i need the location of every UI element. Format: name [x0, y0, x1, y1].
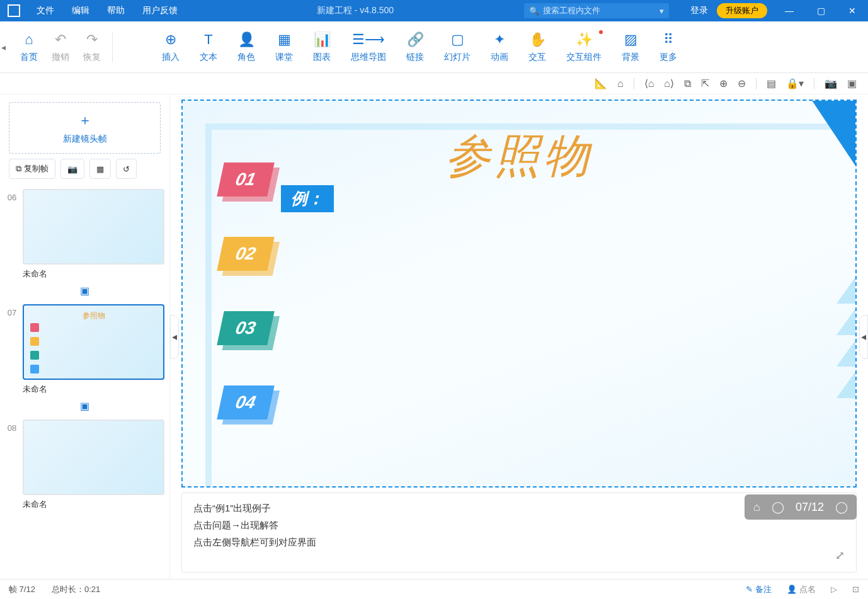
thumbnails-list[interactable]: 06 未命名 ▣ 07 参照物 未命名: [0, 185, 169, 579]
notification-dot-icon: [599, 30, 603, 34]
thumb-06[interactable]: 未命名: [23, 189, 164, 280]
menu-feedback[interactable]: 用户反馈: [134, 5, 186, 16]
search-icon: 🔍: [529, 6, 539, 16]
nav-badge-03[interactable]: 03: [217, 311, 274, 345]
ribbon-class[interactable]: ▦课堂: [275, 31, 293, 63]
qr-button[interactable]: ▦: [89, 159, 111, 179]
qr-icon: ▦: [96, 164, 104, 174]
login-button[interactable]: 登录: [682, 5, 717, 16]
camera-icon: 📷: [67, 164, 77, 174]
undo-icon: ↶: [52, 31, 69, 48]
thumb-actions-row: ⧉复制帧 📷 ▦ ↺: [9, 159, 161, 179]
ribbon-slide[interactable]: ▢幻灯片: [444, 31, 471, 63]
transition-icon[interactable]: ▣: [0, 400, 169, 412]
copy-icon[interactable]: ⧉: [684, 78, 691, 89]
play-button[interactable]: ▷: [831, 585, 837, 594]
thumb-preview: [23, 189, 164, 265]
ribbon-scroll-left[interactable]: ◂: [1, 42, 6, 52]
thumb-row[interactable]: 06 未命名: [0, 185, 169, 281]
ribbon-background[interactable]: ▨背景: [622, 31, 639, 63]
nav-prev-icon[interactable]: ◯: [772, 500, 784, 514]
screen-icon[interactable]: ▣: [847, 77, 857, 89]
camera-icon[interactable]: 📷: [825, 77, 837, 89]
nav-home-icon[interactable]: ⌂: [753, 501, 760, 514]
ribbon-interact-comp[interactable]: ✨交互组件: [566, 31, 602, 63]
zoom-out-icon[interactable]: ⊖: [738, 77, 746, 89]
window-title: 新建工程 - v4.8.500: [186, 5, 524, 16]
plus-icon: ＋: [78, 111, 92, 130]
status-bar: 帧 7/12 总时长：0:21 ✎备注 👤点名 ▷ ⊡: [0, 579, 868, 599]
external-icon[interactable]: ⇱: [701, 77, 709, 89]
ribbon-animation[interactable]: ✦动画: [491, 31, 508, 63]
search-input[interactable]: 🔍 搜索工程内文件 ▾: [524, 3, 669, 18]
page-indicator: 07/12: [796, 501, 824, 514]
next-frame-icon[interactable]: ⌂⟩: [664, 77, 674, 89]
nav-next-icon[interactable]: ◯: [835, 500, 848, 514]
present-button[interactable]: ⊡: [852, 585, 859, 594]
slide-title[interactable]: 参照物: [445, 126, 593, 186]
ribbon-text[interactable]: T文本: [200, 31, 217, 63]
ribbon-mindmap[interactable]: ☰⟶思维导图: [351, 31, 386, 63]
zoom-in-icon[interactable]: ⊕: [719, 77, 728, 89]
maximize-button[interactable]: ▢: [805, 0, 837, 21]
app-logo-icon: [8, 4, 20, 17]
example-label[interactable]: 例：: [281, 185, 334, 212]
thumb-number: 08: [5, 419, 19, 433]
ribbon-home[interactable]: ⌂首页: [20, 31, 38, 63]
ribbon-interact[interactable]: ✋交互: [528, 31, 546, 63]
thumb-number: 06: [5, 189, 19, 202]
transition-icon[interactable]: ▣: [0, 285, 169, 297]
ribbon-redo[interactable]: ↷恢复: [83, 31, 101, 63]
ribbon-more[interactable]: ⠿更多: [660, 31, 677, 63]
thumb-07[interactable]: 参照物 未命名: [23, 304, 164, 395]
copy-frame-button[interactable]: ⧉复制帧: [9, 159, 55, 179]
expand-right-handle[interactable]: ◂: [859, 315, 868, 359]
collapse-left-handle[interactable]: ◂: [170, 315, 179, 359]
thumb-number: 07: [5, 304, 19, 317]
slide-canvas[interactable]: 参照物 例： 01 02 03 04: [181, 100, 857, 488]
nav-badge-01[interactable]: 01: [217, 163, 274, 197]
notes-button[interactable]: ✎备注: [746, 584, 772, 595]
main-area: ＋ 新建镜头帧 ⧉复制帧 📷 ▦ ↺ 06 未命名 ▣ 07 参照: [0, 94, 868, 579]
divider: [814, 78, 814, 89]
upgrade-button[interactable]: 升级账户: [717, 3, 767, 18]
prev-frame-icon[interactable]: ⟨⌂: [644, 77, 654, 89]
frame-counter: 帧 7/12: [9, 584, 35, 595]
ribbon-role[interactable]: 👤角色: [237, 31, 255, 63]
menu-file[interactable]: 文件: [28, 5, 63, 16]
star-icon: ✦: [491, 31, 508, 48]
ruler-icon[interactable]: 📐: [595, 77, 607, 89]
expand-notes-icon[interactable]: ⤢: [835, 545, 845, 566]
thumb-title: 参照物: [83, 311, 105, 321]
ribbon-link[interactable]: 🔗链接: [406, 31, 424, 63]
new-frame-button[interactable]: ＋ 新建镜头帧: [9, 102, 161, 154]
ribbon-undo[interactable]: ↶撤销: [52, 31, 69, 63]
ribbon-chart[interactable]: 📊图表: [313, 31, 331, 63]
ribbon-insert[interactable]: ⊕插入: [162, 31, 180, 63]
board-icon: ▦: [276, 31, 292, 48]
thumb-row[interactable]: 07 参照物 未命名: [0, 300, 169, 396]
lock-icon[interactable]: 🔒▾: [786, 77, 804, 89]
snapshot-button[interactable]: 📷: [60, 159, 84, 179]
nav-badge-04[interactable]: 04: [217, 385, 274, 419]
plus-circle-icon: ⊕: [163, 31, 179, 48]
secondary-toolbar: 📐 ⌂ ⟨⌂ ⌂⟩ ⧉ ⇱ ⊕ ⊖ ▤ 🔒▾ 📷 ▣: [0, 73, 868, 94]
menu-edit[interactable]: 编辑: [63, 5, 98, 16]
roll-call-button[interactable]: 👤点名: [787, 584, 816, 595]
loop-button[interactable]: ↺: [116, 159, 137, 179]
close-button[interactable]: ✕: [837, 0, 868, 21]
home-icon[interactable]: ⌂: [617, 78, 624, 89]
slide-icon: ▢: [449, 31, 465, 48]
copy-icon: ⧉: [16, 164, 21, 174]
titlebar: 文件 编辑 帮助 用户反馈 新建工程 - v4.8.500 🔍 搜索工程内文件 …: [0, 0, 868, 21]
sparkle-icon: ✨: [576, 31, 592, 48]
chevron-down-icon[interactable]: ▾: [660, 6, 664, 16]
menu-help[interactable]: 帮助: [98, 5, 134, 16]
minimize-button[interactable]: —: [774, 0, 805, 21]
thumb-row[interactable]: 08 未命名: [0, 416, 169, 511]
thumb-name: 未命名: [23, 268, 164, 280]
layout-icon[interactable]: ▤: [767, 77, 776, 89]
nav-badge-02[interactable]: 02: [217, 237, 274, 271]
link-icon: 🔗: [407, 31, 423, 48]
thumb-08[interactable]: 未命名: [23, 419, 164, 510]
